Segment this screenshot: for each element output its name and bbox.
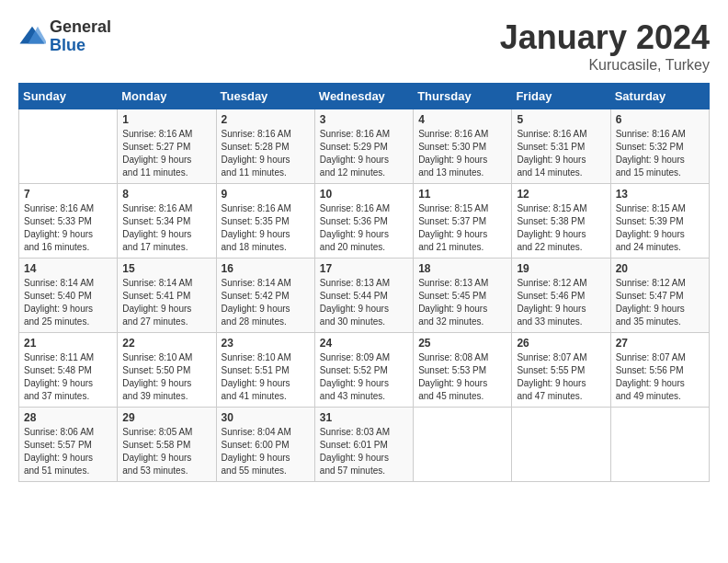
day-number: 10 <box>320 188 408 201</box>
day-number: 8 <box>122 188 210 201</box>
day-number: 18 <box>418 262 506 275</box>
day-number: 29 <box>122 411 210 424</box>
header-row: SundayMondayTuesdayWednesdayThursdayFrid… <box>19 84 710 109</box>
day-info: Sunrise: 8:16 AMSunset: 5:33 PMDaylight:… <box>24 202 112 254</box>
day-info: Sunrise: 8:10 AMSunset: 5:51 PMDaylight:… <box>222 351 310 403</box>
day-info: Sunrise: 8:15 AMSunset: 5:38 PMDaylight:… <box>517 202 605 254</box>
day-number: 19 <box>517 262 605 275</box>
calendar-cell: 6Sunrise: 8:16 AMSunset: 5:32 PMDaylight… <box>610 109 709 184</box>
calendar-cell: 28Sunrise: 8:06 AMSunset: 5:57 PMDayligh… <box>19 408 118 482</box>
calendar-cell <box>610 408 709 482</box>
day-number: 24 <box>320 337 408 350</box>
calendar-week-0: 1Sunrise: 8:16 AMSunset: 5:27 PMDaylight… <box>19 109 710 184</box>
calendar-week-3: 21Sunrise: 8:11 AMSunset: 5:48 PMDayligh… <box>19 333 710 408</box>
day-info: Sunrise: 8:11 AMSunset: 5:48 PMDaylight:… <box>24 351 112 403</box>
calendar-cell: 10Sunrise: 8:16 AMSunset: 5:36 PMDayligh… <box>314 184 413 259</box>
calendar-cell: 8Sunrise: 8:16 AMSunset: 5:34 PMDaylight… <box>118 184 216 259</box>
day-number: 14 <box>24 262 112 275</box>
calendar-cell: 14Sunrise: 8:14 AMSunset: 5:40 PMDayligh… <box>19 259 118 333</box>
day-info: Sunrise: 8:08 AMSunset: 5:53 PMDaylight:… <box>418 351 506 403</box>
calendar-cell: 23Sunrise: 8:10 AMSunset: 5:51 PMDayligh… <box>216 333 314 408</box>
calendar-week-2: 14Sunrise: 8:14 AMSunset: 5:40 PMDayligh… <box>19 259 710 333</box>
day-info: Sunrise: 8:16 AMSunset: 5:35 PMDaylight:… <box>222 202 310 254</box>
day-number: 31 <box>320 411 408 424</box>
day-info: Sunrise: 8:15 AMSunset: 5:39 PMDaylight:… <box>616 202 704 254</box>
header-cell-saturday: Saturday <box>610 84 709 109</box>
logo: General Blue <box>18 18 111 55</box>
calendar-subtitle: Kurucasile, Turkey <box>500 57 710 74</box>
calendar-cell: 2Sunrise: 8:16 AMSunset: 5:28 PMDaylight… <box>216 109 314 184</box>
day-number: 5 <box>517 113 605 126</box>
day-info: Sunrise: 8:06 AMSunset: 5:57 PMDaylight:… <box>24 426 112 477</box>
header-cell-wednesday: Wednesday <box>314 84 413 109</box>
calendar-cell: 12Sunrise: 8:15 AMSunset: 5:38 PMDayligh… <box>512 184 610 259</box>
calendar-title: January 2024 <box>500 18 710 57</box>
day-number: 3 <box>320 113 408 126</box>
day-info: Sunrise: 8:14 AMSunset: 5:40 PMDaylight:… <box>24 277 112 328</box>
day-number: 20 <box>616 262 704 275</box>
calendar-table: SundayMondayTuesdayWednesdayThursdayFrid… <box>18 83 710 482</box>
day-info: Sunrise: 8:05 AMSunset: 5:58 PMDaylight:… <box>122 426 210 477</box>
calendar-cell: 3Sunrise: 8:16 AMSunset: 5:29 PMDaylight… <box>314 109 413 184</box>
calendar-cell: 11Sunrise: 8:15 AMSunset: 5:37 PMDayligh… <box>414 184 512 259</box>
day-number: 26 <box>517 337 605 350</box>
day-number: 21 <box>24 337 112 350</box>
calendar-cell: 1Sunrise: 8:16 AMSunset: 5:27 PMDaylight… <box>118 109 216 184</box>
header-cell-thursday: Thursday <box>414 84 512 109</box>
day-number: 17 <box>320 262 408 275</box>
header-cell-tuesday: Tuesday <box>216 84 314 109</box>
day-info: Sunrise: 8:16 AMSunset: 5:32 PMDaylight:… <box>616 128 704 179</box>
calendar-cell <box>19 109 118 184</box>
calendar-cell: 20Sunrise: 8:12 AMSunset: 5:47 PMDayligh… <box>610 259 709 333</box>
calendar-cell: 27Sunrise: 8:07 AMSunset: 5:56 PMDayligh… <box>610 333 709 408</box>
calendar-cell: 31Sunrise: 8:03 AMSunset: 6:01 PMDayligh… <box>314 408 413 482</box>
day-info: Sunrise: 8:07 AMSunset: 5:56 PMDaylight:… <box>616 351 704 403</box>
calendar-week-4: 28Sunrise: 8:06 AMSunset: 5:57 PMDayligh… <box>19 408 710 482</box>
calendar-cell: 21Sunrise: 8:11 AMSunset: 5:48 PMDayligh… <box>19 333 118 408</box>
day-number: 30 <box>222 411 310 424</box>
calendar-cell: 9Sunrise: 8:16 AMSunset: 5:35 PMDaylight… <box>216 184 314 259</box>
day-number: 12 <box>517 188 605 201</box>
calendar-body: 1Sunrise: 8:16 AMSunset: 5:27 PMDaylight… <box>19 109 710 482</box>
calendar-cell: 19Sunrise: 8:12 AMSunset: 5:46 PMDayligh… <box>512 259 610 333</box>
calendar-cell: 24Sunrise: 8:09 AMSunset: 5:52 PMDayligh… <box>314 333 413 408</box>
day-number: 27 <box>616 337 704 350</box>
day-info: Sunrise: 8:14 AMSunset: 5:42 PMDaylight:… <box>222 277 310 328</box>
calendar-cell: 17Sunrise: 8:13 AMSunset: 5:44 PMDayligh… <box>314 259 413 333</box>
day-info: Sunrise: 8:16 AMSunset: 5:28 PMDaylight:… <box>222 128 310 179</box>
day-info: Sunrise: 8:15 AMSunset: 5:37 PMDaylight:… <box>418 202 506 254</box>
calendar-cell: 5Sunrise: 8:16 AMSunset: 5:31 PMDaylight… <box>512 109 610 184</box>
day-number: 28 <box>24 411 112 424</box>
day-number: 25 <box>418 337 506 350</box>
day-number: 16 <box>222 262 310 275</box>
day-info: Sunrise: 8:16 AMSunset: 5:27 PMDaylight:… <box>122 128 210 179</box>
day-info: Sunrise: 8:03 AMSunset: 6:01 PMDaylight:… <box>320 426 408 477</box>
calendar-cell: 30Sunrise: 8:04 AMSunset: 6:00 PMDayligh… <box>216 408 314 482</box>
day-number: 15 <box>122 262 210 275</box>
day-info: Sunrise: 8:04 AMSunset: 6:00 PMDaylight:… <box>222 426 310 477</box>
day-info: Sunrise: 8:12 AMSunset: 5:46 PMDaylight:… <box>517 277 605 328</box>
logo-general: General <box>50 18 111 37</box>
header-cell-monday: Monday <box>118 84 216 109</box>
day-number: 4 <box>418 113 506 126</box>
day-number: 9 <box>222 188 310 201</box>
day-info: Sunrise: 8:16 AMSunset: 5:31 PMDaylight:… <box>517 128 605 179</box>
calendar-cell: 16Sunrise: 8:14 AMSunset: 5:42 PMDayligh… <box>216 259 314 333</box>
header-cell-friday: Friday <box>512 84 610 109</box>
day-number: 6 <box>616 113 704 126</box>
day-info: Sunrise: 8:16 AMSunset: 5:36 PMDaylight:… <box>320 202 408 254</box>
day-number: 1 <box>122 113 210 126</box>
header-cell-sunday: Sunday <box>19 84 118 109</box>
calendar-cell: 22Sunrise: 8:10 AMSunset: 5:50 PMDayligh… <box>118 333 216 408</box>
calendar-cell: 4Sunrise: 8:16 AMSunset: 5:30 PMDaylight… <box>414 109 512 184</box>
calendar-cell: 25Sunrise: 8:08 AMSunset: 5:53 PMDayligh… <box>414 333 512 408</box>
day-info: Sunrise: 8:16 AMSunset: 5:29 PMDaylight:… <box>320 128 408 179</box>
day-number: 23 <box>222 337 310 350</box>
day-number: 13 <box>616 188 704 201</box>
day-number: 7 <box>24 188 112 201</box>
calendar-header: SundayMondayTuesdayWednesdayThursdayFrid… <box>19 84 710 109</box>
day-info: Sunrise: 8:16 AMSunset: 5:30 PMDaylight:… <box>418 128 506 179</box>
day-info: Sunrise: 8:13 AMSunset: 5:45 PMDaylight:… <box>418 277 506 328</box>
calendar-cell: 26Sunrise: 8:07 AMSunset: 5:55 PMDayligh… <box>512 333 610 408</box>
day-number: 22 <box>122 337 210 350</box>
